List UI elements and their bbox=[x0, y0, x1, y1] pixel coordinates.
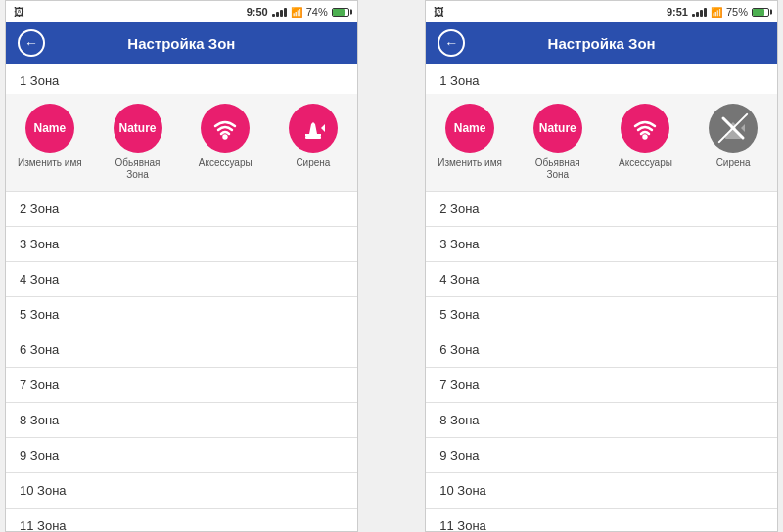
right-back-arrow-icon: ← bbox=[444, 36, 458, 50]
right-nature-label: Обьявная Зона bbox=[524, 157, 592, 181]
left-zone-10[interactable]: 10 Зона bbox=[6, 473, 357, 509]
right-accessories-label: Аксессуары bbox=[619, 157, 672, 169]
left-zone-1-label: 1 Зона bbox=[20, 73, 59, 88]
left-siren-circle[interactable] bbox=[289, 104, 338, 153]
left-back-arrow-icon: ← bbox=[24, 36, 38, 50]
left-zone-11[interactable]: 11 Зона bbox=[6, 509, 357, 531]
right-header: ← Настройка Зон bbox=[426, 22, 777, 64]
left-header-title: Настройка Зон bbox=[55, 35, 308, 52]
left-status-bar: 🖼 9:50 📶 74% bbox=[6, 1, 357, 22]
left-phone-panel: 🖼 9:50 📶 74% ← Настройка Зон 1 Зона bbox=[5, 0, 358, 532]
left-status-icon: 🖼 bbox=[14, 6, 24, 18]
spacer bbox=[363, 0, 421, 532]
left-back-button[interactable]: ← bbox=[18, 29, 45, 57]
left-action-accessories[interactable]: Аксессуары bbox=[191, 104, 259, 169]
right-name-text: Name bbox=[454, 121, 486, 135]
left-zone-4[interactable]: 4 Зона bbox=[6, 262, 357, 297]
left-name-label: Изменить имя bbox=[18, 157, 82, 169]
right-zone-3[interactable]: 3 Зона bbox=[426, 227, 777, 262]
right-zone-4[interactable]: 4 Зона bbox=[426, 262, 777, 297]
left-action-siren[interactable]: Сирена bbox=[279, 104, 347, 169]
svg-rect-2 bbox=[305, 136, 321, 139]
right-zone-1-label: 1 Зона bbox=[439, 73, 479, 88]
left-wifi-icon: 📶 bbox=[291, 7, 302, 18]
right-accessories-circle[interactable] bbox=[621, 104, 669, 153]
right-name-circle[interactable]: Name bbox=[445, 104, 494, 153]
svg-marker-7 bbox=[741, 124, 745, 132]
right-status-icon: 🖼 bbox=[434, 6, 444, 18]
right-zone-11[interactable]: 11 Зона bbox=[426, 509, 777, 531]
left-zone-5[interactable]: 5 Зона bbox=[6, 297, 357, 332]
left-zone-2[interactable]: 2 Зона bbox=[6, 192, 357, 227]
left-zone-8[interactable]: 8 Зона bbox=[6, 403, 357, 438]
left-zone-7[interactable]: 7 Зона bbox=[6, 368, 357, 403]
left-zone-1-item[interactable]: 1 Зона bbox=[6, 64, 357, 94]
left-accessories-label: Аксессуары bbox=[199, 157, 253, 169]
left-zone-1-expanded: Name Изменить имя Nature Обьявная Зона bbox=[6, 94, 357, 192]
left-name-text: Name bbox=[34, 121, 67, 135]
right-zone-7[interactable]: 7 Зона bbox=[426, 368, 777, 403]
right-zone-6[interactable]: 6 Зона bbox=[426, 332, 777, 368]
left-siren-icon bbox=[299, 114, 327, 142]
left-zone-9[interactable]: 9 Зона bbox=[6, 438, 357, 473]
right-battery-icon bbox=[752, 8, 769, 17]
svg-point-0 bbox=[224, 136, 227, 139]
right-zone-1-item[interactable]: 1 Зона bbox=[426, 64, 777, 94]
right-siren-circle-disabled[interactable] bbox=[709, 104, 758, 153]
right-action-siren[interactable]: Сирена bbox=[699, 104, 767, 169]
right-nature-circle[interactable]: Nature bbox=[533, 104, 582, 153]
right-zone-5[interactable]: 5 Зона bbox=[426, 297, 777, 332]
left-name-circle[interactable]: Name bbox=[25, 104, 74, 153]
left-accessories-circle[interactable] bbox=[201, 104, 250, 153]
left-action-name[interactable]: Name Изменить имя bbox=[16, 104, 84, 169]
right-signal-icon bbox=[692, 7, 707, 17]
right-zone-list: 1 Зона Name Изменить имя Nature Обьявная… bbox=[426, 64, 777, 531]
svg-rect-6 bbox=[725, 136, 741, 139]
right-zone-1-expanded: Name Изменить имя Nature Обьявная Зона bbox=[426, 94, 777, 192]
right-status-bar: 🖼 9:51 📶 75% bbox=[426, 1, 777, 22]
right-wifi-accessory-icon bbox=[631, 114, 659, 142]
left-wifi-accessory-icon bbox=[211, 114, 239, 142]
right-wifi-icon: 📶 bbox=[711, 7, 722, 18]
left-battery-pct: 74% bbox=[306, 6, 328, 18]
left-signal-icon bbox=[272, 7, 287, 17]
right-back-button[interactable]: ← bbox=[438, 29, 465, 57]
right-zone-2[interactable]: 2 Зона bbox=[426, 192, 777, 227]
svg-marker-1 bbox=[305, 122, 321, 136]
right-zone-10[interactable]: 10 Зона bbox=[426, 473, 777, 509]
right-siren-disabled-icon bbox=[719, 114, 747, 142]
right-time: 9:51 bbox=[667, 6, 688, 18]
right-nature-text: Nature bbox=[539, 121, 576, 135]
right-action-name[interactable]: Name Изменить имя bbox=[436, 104, 504, 169]
left-time: 9:50 bbox=[247, 6, 268, 18]
right-zone-8[interactable]: 8 Зона bbox=[426, 403, 777, 438]
right-siren-label: Сирена bbox=[716, 157, 751, 169]
left-siren-label: Сирена bbox=[296, 157, 330, 169]
right-action-nature[interactable]: Nature Обьявная Зона bbox=[524, 104, 592, 181]
right-zone-9[interactable]: 9 Зона bbox=[426, 438, 777, 473]
right-battery-pct: 75% bbox=[726, 6, 748, 18]
right-name-label: Изменить имя bbox=[438, 157, 502, 169]
left-zone-list: 1 Зона Name Изменить имя Nature Обьявная… bbox=[6, 64, 357, 531]
left-nature-circle[interactable]: Nature bbox=[114, 104, 162, 153]
svg-point-4 bbox=[644, 136, 647, 139]
right-phone-panel: 🖼 9:51 📶 75% ← Настройка Зон 1 Зона bbox=[425, 0, 778, 532]
left-zone-3[interactable]: 3 Зона bbox=[6, 227, 357, 262]
left-action-nature[interactable]: Nature Обьявная Зона bbox=[104, 104, 172, 181]
left-nature-label: Обьявная Зона bbox=[104, 157, 172, 181]
left-battery-icon bbox=[332, 8, 349, 17]
left-header: ← Настройка Зон bbox=[6, 22, 357, 64]
svg-marker-3 bbox=[321, 124, 325, 132]
right-header-title: Настройка Зон bbox=[475, 35, 728, 52]
right-action-accessories[interactable]: Аксессуары bbox=[611, 104, 679, 169]
left-zone-6[interactable]: 6 Зона bbox=[6, 332, 357, 368]
left-nature-text: Nature bbox=[119, 121, 157, 135]
